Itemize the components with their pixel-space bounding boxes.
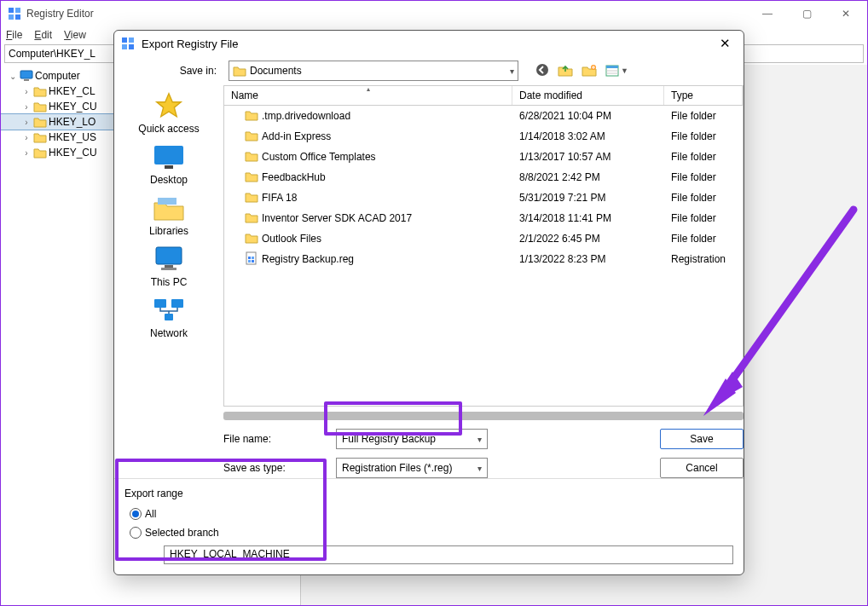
place-desktop[interactable]: Desktop <box>150 141 188 186</box>
network-icon <box>152 295 186 326</box>
main-close-button[interactable]: ✕ <box>826 1 865 26</box>
folder-icon <box>33 131 47 143</box>
view-menu-icon[interactable]: ▼ <box>605 64 628 78</box>
folder-icon <box>33 85 47 97</box>
svg-rect-18 <box>158 198 176 205</box>
list-item[interactable]: Custom Office Templates1/13/2017 10:57 A… <box>224 147 743 167</box>
save-in-value: Documents <box>250 65 302 77</box>
file-name-label: File name: <box>223 433 326 445</box>
save-in-label: Save in: <box>165 65 217 77</box>
address-text: Computer\HKEY_L <box>9 48 95 60</box>
svg-rect-1 <box>15 8 20 13</box>
places-bar: Quick access Desktop Libraries This PC N… <box>114 85 223 478</box>
regedit-icon <box>121 37 135 50</box>
save-type-value: Registration Files (*.reg) <box>342 462 452 474</box>
list-item[interactable]: FeedbackHub8/8/2021 2:42 PMFile folder <box>224 167 743 188</box>
list-item[interactable]: FIFA 185/31/2019 7:21 PMFile folder <box>224 188 743 208</box>
svg-rect-5 <box>24 79 29 81</box>
svg-rect-27 <box>252 257 254 259</box>
list-item[interactable]: Registry Backup.reg1/13/2022 8:23 PMRegi… <box>224 249 743 269</box>
folder-icon <box>245 109 258 124</box>
svg-rect-20 <box>165 265 173 268</box>
menu-file[interactable]: File <box>6 29 22 41</box>
list-item[interactable]: Outlook Files2/1/2022 6:45 PMFile folder <box>224 228 743 249</box>
folder-icon <box>33 147 47 159</box>
horizontal-scrollbar[interactable] <box>223 412 744 420</box>
radio-selected-branch[interactable]: Selected branch <box>130 523 733 542</box>
column-name[interactable]: Name ▴ <box>224 86 512 105</box>
tree-root-label: Computer <box>35 70 80 82</box>
list-item[interactable]: Inventor Server SDK ACAD 20173/14/2018 1… <box>224 208 743 228</box>
radio-icon <box>130 527 142 539</box>
folder-icon <box>33 101 47 113</box>
folder-icon <box>33 116 47 128</box>
svg-rect-28 <box>248 260 251 263</box>
dialog-title-bar: Export Registry File ✕ <box>114 31 744 56</box>
chevron-down-icon: ▾ <box>477 464 482 473</box>
export-dialog: Export Registry File ✕ Save in: Document… <box>113 30 744 575</box>
file-name-value: Full Registry Backup <box>342 433 436 445</box>
svg-point-10 <box>536 64 548 76</box>
svg-rect-16 <box>154 146 183 164</box>
folder-icon <box>245 150 258 164</box>
sort-indicator-icon: ▴ <box>367 85 370 93</box>
new-folder-icon[interactable] <box>582 63 597 79</box>
radio-all[interactable]: All <box>130 505 733 523</box>
up-one-level-icon[interactable] <box>558 63 573 79</box>
svg-rect-29 <box>252 260 254 263</box>
list-header[interactable]: Name ▴ Date modified Type <box>223 85 744 106</box>
svg-rect-3 <box>15 14 20 20</box>
cancel-button[interactable]: Cancel <box>660 458 744 478</box>
svg-rect-4 <box>20 71 32 78</box>
svg-rect-22 <box>154 299 166 308</box>
this-pc-icon <box>152 244 186 274</box>
dialog-title: Export Registry File <box>142 38 238 50</box>
list-item[interactable]: .tmp.drivedownload6/28/2021 10:04 PMFile… <box>224 106 743 126</box>
folder-icon <box>245 211 258 226</box>
save-button[interactable]: Save <box>660 429 744 449</box>
svg-rect-2 <box>9 14 14 20</box>
file-name-input[interactable]: Full Registry Backup ▾ <box>336 429 488 449</box>
save-type-combo[interactable]: Registration Files (*.reg) ▾ <box>336 458 488 478</box>
svg-rect-6 <box>122 38 127 43</box>
svg-rect-24 <box>165 314 173 320</box>
place-quick-access[interactable]: Quick access <box>138 90 199 135</box>
svg-rect-9 <box>129 44 134 49</box>
menu-edit[interactable]: Edit <box>34 29 52 41</box>
file-list[interactable]: .tmp.drivedownload6/28/2021 10:04 PMFile… <box>223 106 744 407</box>
svg-rect-7 <box>129 38 134 43</box>
save-in-combo[interactable]: Documents ▾ <box>229 61 518 81</box>
column-date[interactable]: Date modified <box>512 86 664 105</box>
export-range-title: Export range <box>124 488 733 499</box>
regedit-icon <box>8 7 21 20</box>
chevron-down-icon: ▾ <box>477 435 482 444</box>
back-icon[interactable] <box>535 63 549 79</box>
svg-rect-25 <box>246 252 256 264</box>
svg-rect-17 <box>165 165 173 169</box>
selected-branch-input[interactable]: HKEY_LOCAL_MACHINE <box>164 545 733 564</box>
computer-icon <box>20 70 33 82</box>
folder-icon <box>245 130 258 144</box>
place-libraries[interactable]: Libraries <box>149 193 188 237</box>
libraries-icon <box>152 193 186 223</box>
menu-view[interactable]: View <box>64 29 86 41</box>
main-maximize-button[interactable]: ▢ <box>787 1 826 26</box>
save-type-label: Save as type: <box>223 462 326 474</box>
main-title-text: Registry Editor <box>26 8 94 20</box>
reg-file-icon <box>245 251 258 268</box>
svg-rect-21 <box>161 268 176 270</box>
chevron-down-icon: ▾ <box>510 66 514 76</box>
svg-rect-26 <box>248 257 251 259</box>
place-network[interactable]: Network <box>150 295 188 339</box>
svg-rect-8 <box>122 44 127 49</box>
main-minimize-button[interactable]: — <box>748 1 787 26</box>
main-title-bar: Registry Editor — ▢ ✕ <box>1 1 867 26</box>
list-item[interactable]: Add-in Express1/14/2018 3:02 AMFile fold… <box>224 126 743 147</box>
place-this-pc[interactable]: This PC <box>151 244 188 288</box>
desktop-icon <box>152 141 186 172</box>
svg-rect-13 <box>606 66 618 68</box>
export-range-group: Export range All Selected branch HKEY_LO… <box>124 488 733 564</box>
dialog-close-button[interactable]: ✕ <box>713 32 737 55</box>
svg-rect-0 <box>9 8 14 13</box>
column-type[interactable]: Type <box>664 86 743 105</box>
